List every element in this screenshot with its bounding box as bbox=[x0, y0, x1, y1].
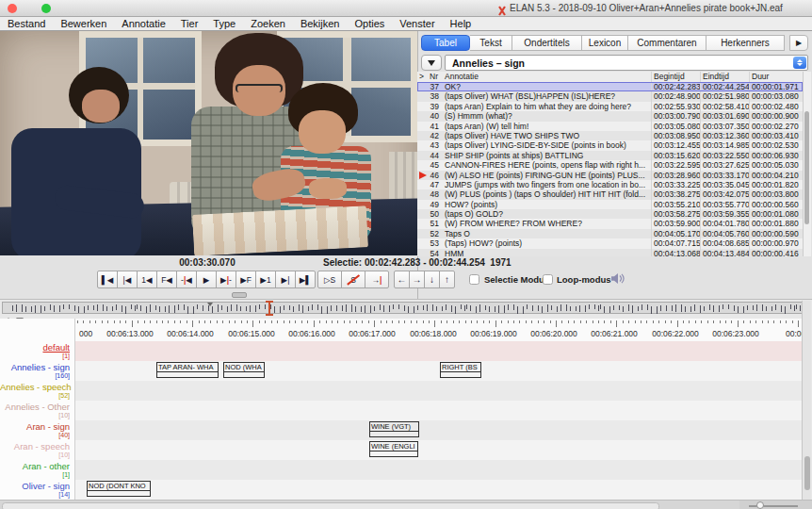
play-pause-button[interactable]: ▶ bbox=[196, 271, 217, 288]
table-row[interactable]: 37OK?00:02:42.28300:02:44.25400:00:01.97… bbox=[417, 82, 803, 91]
selection-boundary-button[interactable]: →| bbox=[365, 271, 389, 288]
tab-lexicon[interactable]: Lexicon bbox=[582, 35, 628, 51]
annotation[interactable]: TAP ARAN- WHA bbox=[156, 362, 219, 378]
density-tick bbox=[638, 306, 639, 311]
timeline-panel: 00000:06:13.00000:06:14.00000:06:15.0000… bbox=[0, 299, 812, 509]
go-to-begin-button[interactable]: ▌◀ bbox=[97, 271, 118, 288]
table-row[interactable]: 50(taps O) GOLD?00:03:58.27500:03:59.355… bbox=[417, 209, 803, 219]
timeline-vscrollbar[interactable] bbox=[802, 301, 811, 500]
tab-overflow-button[interactable]: ▶ bbox=[789, 35, 808, 51]
loop-mode-checkbox[interactable] bbox=[543, 274, 553, 285]
annotation[interactable]: NOD (WHA bbox=[223, 362, 265, 378]
menu-tier[interactable]: Tier bbox=[173, 17, 206, 30]
annotation[interactable]: WINE (ENGLI bbox=[369, 441, 418, 457]
second-right-button[interactable]: ▶1 bbox=[255, 271, 276, 288]
next-frame-button[interactable]: ▶F bbox=[235, 271, 256, 288]
ruler-tick bbox=[229, 320, 230, 323]
timeline-hscrollbar-thumb[interactable] bbox=[2, 502, 659, 509]
ruler-tick bbox=[628, 320, 629, 323]
tab-commentaren[interactable]: Commentaren bbox=[628, 35, 706, 51]
next-annotation-button[interactable]: → bbox=[409, 271, 425, 288]
row-annotation: HMM bbox=[442, 249, 651, 256]
play-selection-button[interactable]: ▷S bbox=[317, 271, 342, 288]
tier-list-dropdown-button[interactable] bbox=[421, 55, 442, 71]
timeline-vscrollbar-thumb[interactable] bbox=[804, 456, 810, 490]
ruler-tick bbox=[284, 320, 284, 323]
menu-zoeken[interactable]: Zoeken bbox=[243, 17, 293, 30]
combobox-stepper-icon[interactable] bbox=[793, 57, 806, 69]
ruler-tick bbox=[247, 320, 248, 323]
minimize-window-button[interactable] bbox=[0, 4, 9, 13]
table-row[interactable]: 51(W) FROM WHERE? FROM WHERE?00:03:59.90… bbox=[417, 219, 803, 228]
tab-ondertitels[interactable]: Ondertitels bbox=[512, 35, 582, 51]
previous-frame-button[interactable]: F◀ bbox=[156, 271, 177, 288]
selection-mode-checkbox[interactable] bbox=[469, 274, 479, 285]
timeline-overview-bar[interactable] bbox=[2, 302, 809, 314]
timeline-ruler[interactable]: 00000:06:13.00000:06:14.00000:06:15.0000… bbox=[75, 319, 802, 341]
clear-selection-button[interactable]: S bbox=[341, 271, 365, 288]
ruler-tick bbox=[138, 320, 138, 323]
row-marker-cell bbox=[417, 140, 429, 150]
table-row[interactable]: 53(Taps) HOW? (points)00:04:07.71500:04:… bbox=[417, 238, 803, 248]
previous-scrollview-button[interactable]: |◀ bbox=[117, 271, 138, 288]
tier-label[interactable]: default[1] bbox=[0, 341, 73, 361]
tier-label[interactable]: Annelies - sign[160] bbox=[0, 361, 73, 381]
table-row[interactable]: 54HMM00:04:13.06800:04:13.48400:00:00.41… bbox=[417, 249, 803, 256]
tier-name: Annelies - sign bbox=[0, 363, 70, 372]
table-row[interactable]: 40(S) Hmmm (what)?00:03:00.79000:03:01.6… bbox=[417, 111, 803, 121]
menu-venster[interactable]: Venster bbox=[392, 17, 442, 30]
tier-select-combobox[interactable]: Annelies – sign bbox=[445, 55, 808, 71]
annotation[interactable]: RIGHT (BS bbox=[440, 362, 481, 378]
previous-pixel-button[interactable]: -|◀ bbox=[176, 271, 197, 288]
ruler-tick bbox=[786, 320, 787, 323]
tier-label[interactable]: Oliver - sign[14] bbox=[0, 480, 73, 500]
go-to-end-button[interactable]: ▶▌ bbox=[295, 271, 316, 288]
table-row[interactable]: 47JUMPS (jumps with two fingers from one… bbox=[417, 180, 803, 189]
split-pane-handle[interactable] bbox=[232, 292, 247, 298]
tier-label[interactable]: Aran - sign[40] bbox=[0, 420, 73, 440]
annotation[interactable]: NOD (DONT KNO bbox=[87, 481, 151, 497]
table-row[interactable]: 48(W) PLUS (points ) (taps O shoulder) H… bbox=[417, 189, 803, 199]
next-scrollview-button[interactable]: ▶| bbox=[275, 271, 296, 288]
zoom-window-button[interactable] bbox=[41, 4, 51, 13]
tab-tekst[interactable]: Tekst bbox=[470, 35, 512, 51]
tier-label[interactable]: Annelies - speech[52] bbox=[0, 381, 73, 401]
menu-bestand[interactable]: Bestand bbox=[0, 17, 53, 30]
menu-bekijken[interactable]: Bekijken bbox=[293, 17, 348, 30]
menu-bewerken[interactable]: Bewerken bbox=[53, 17, 114, 30]
volume-icon[interactable] bbox=[610, 271, 625, 288]
second-left-button[interactable]: 1◀ bbox=[137, 271, 157, 288]
table-row[interactable]: 41(taps Aran) (W) tell him!00:03:05.0800… bbox=[417, 122, 803, 131]
tab-tabel[interactable]: Tabel bbox=[421, 35, 470, 51]
table-row[interactable]: 43(taps Oliver) LYING-SIDE-BY-SIDE (poin… bbox=[417, 140, 803, 150]
zoom-slider-knob[interactable] bbox=[756, 501, 764, 509]
table-row[interactable]: 38(taps Oliver) WHAT (BSL)HAPPEN (ISL)HE… bbox=[417, 91, 803, 101]
menu-annotatie[interactable]: Annotatie bbox=[114, 17, 172, 30]
table-row[interactable]: 42(taps Oliver) HAVE TWO SHIPS TWO00:03:… bbox=[417, 131, 803, 140]
ruler-tick bbox=[531, 320, 532, 323]
menu-opties[interactable]: Opties bbox=[347, 17, 392, 30]
annotation-up-button[interactable]: ↑ bbox=[439, 271, 455, 288]
next-pixel-button[interactable]: ▶|- bbox=[216, 271, 236, 288]
annotation[interactable]: WINE (VGT) bbox=[369, 421, 419, 437]
tab-herkenners[interactable]: Herkenners bbox=[706, 35, 785, 51]
annotation-down-button[interactable]: ↓ bbox=[424, 271, 440, 288]
tier-label[interactable]: Aran - speech[10] bbox=[0, 440, 73, 460]
table-row[interactable]: 49HOW? (points)00:03:55.21000:03:55.7700… bbox=[417, 200, 803, 209]
menu-type[interactable]: Type bbox=[205, 17, 243, 30]
tier-label[interactable]: Aran - other[1] bbox=[0, 460, 73, 480]
tier-rows-area[interactable]: TAP ARAN- WHANOD (WHARIGHT (BSWINE (VGT)… bbox=[75, 341, 802, 500]
table-row[interactable]: 46(W) ALSO HE (points) FIRING-GUN HE (po… bbox=[417, 171, 803, 180]
table-scrollbar[interactable] bbox=[803, 72, 811, 256]
tier-label[interactable]: Annelies - Other[10] bbox=[0, 401, 73, 420]
video-frame[interactable] bbox=[0, 31, 417, 255]
previous-annotation-button[interactable]: ← bbox=[394, 271, 410, 288]
menu-help[interactable]: Help bbox=[443, 17, 479, 30]
timeline-hscrollbar[interactable] bbox=[0, 500, 739, 509]
row-nr: 39 bbox=[429, 102, 442, 111]
table-row[interactable]: 39(taps Aran) Explain to him what they a… bbox=[417, 102, 803, 111]
table-scrollbar-thumb[interactable] bbox=[804, 111, 809, 224]
table-row[interactable]: 44SHIP SHIP (points at ships) BATTLING00… bbox=[417, 151, 803, 160]
table-row[interactable]: 45CANNON-FIRES HERE (points, opens flap … bbox=[417, 160, 803, 170]
table-row[interactable]: 52Taps O00:04:05.17000:04:05.76000:00:00… bbox=[417, 229, 803, 238]
